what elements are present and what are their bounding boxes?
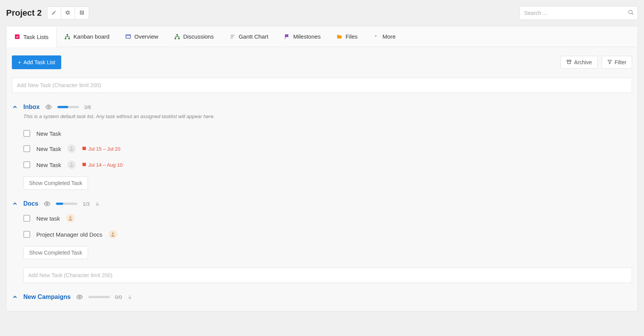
tab-label: Files [346, 33, 358, 40]
task-title[interactable]: New Task [36, 162, 61, 168]
tab-overview[interactable]: Overview [117, 26, 166, 47]
toolbar-right: Archive Filter [561, 56, 632, 69]
task-checkbox[interactable] [23, 130, 30, 137]
tasklist-title[interactable]: New Campaigns [23, 294, 71, 300]
add-tasklist-label: Add Task List [23, 59, 55, 65]
task-title[interactable]: New Task [36, 146, 61, 152]
svg-point-31 [112, 232, 114, 234]
avatar[interactable] [67, 144, 76, 153]
task-count: 0/0 [115, 294, 122, 300]
show-completed-button[interactable]: Show Completed Task [23, 177, 88, 190]
task-checkbox[interactable] [23, 215, 30, 222]
tasklist-title[interactable]: Inbox [23, 104, 40, 110]
chevron-up-icon[interactable] [12, 104, 18, 110]
check-square-icon [14, 34, 20, 40]
tab-label: Task Lists [23, 34, 49, 40]
settings-button[interactable] [61, 7, 75, 19]
task-date-text: Jul 14 – Aug 10 [88, 162, 123, 168]
new-task-input[interactable] [23, 268, 632, 283]
page-title: Project 2 [6, 8, 42, 18]
task-title[interactable]: New task [36, 215, 60, 222]
eye-icon[interactable] [76, 294, 83, 300]
notes-button[interactable] [75, 7, 89, 19]
calendar-icon [82, 146, 86, 152]
tab-more[interactable]: More [366, 26, 404, 47]
svg-rect-4 [65, 38, 66, 39]
filter-button[interactable]: Filter [602, 56, 632, 69]
chevron-up-icon[interactable] [12, 201, 18, 207]
progress-bar [88, 296, 110, 298]
svg-rect-6 [126, 34, 130, 38]
header-row: Project 2 [6, 6, 638, 20]
svg-point-28 [46, 203, 48, 205]
sitemap-icon [174, 34, 180, 40]
tasklist-header: Docs1/3 [12, 200, 632, 207]
svg-rect-25 [82, 163, 86, 164]
svg-rect-33 [129, 297, 131, 299]
task-title[interactable]: New Task [36, 130, 61, 137]
tasklist-title[interactable]: Docs [23, 200, 38, 207]
avatar[interactable] [67, 161, 76, 169]
task-items: New taskProject Manager old DocsShow Com… [23, 210, 632, 283]
archive-button[interactable]: Archive [561, 56, 598, 69]
search-input[interactable] [519, 6, 638, 20]
eye-icon[interactable] [45, 104, 52, 110]
svg-point-32 [78, 296, 80, 298]
svg-rect-20 [82, 147, 86, 148]
progress-bar [57, 106, 79, 108]
project-action-group [47, 6, 89, 19]
svg-rect-10 [178, 38, 179, 39]
window-icon [125, 34, 131, 40]
chevron-up-icon[interactable] [12, 294, 18, 300]
task-checkbox[interactable] [23, 161, 30, 168]
filter-label: Filter [615, 59, 626, 65]
task-date: Jul 14 – Aug 10 [82, 162, 123, 168]
task-date: Jul 15 – Jul 20 [82, 146, 121, 152]
task-checkbox[interactable] [23, 145, 30, 152]
folder-icon [336, 34, 342, 40]
svg-rect-9 [174, 38, 176, 39]
svg-rect-5 [68, 38, 70, 39]
tasklist-header: Inbox3/6 [12, 104, 632, 110]
svg-rect-8 [176, 34, 178, 35]
edit-button[interactable] [47, 7, 61, 19]
tab-label: Kanban board [73, 33, 109, 40]
tab-discussions[interactable]: Discussions [166, 26, 222, 47]
search-wrap [519, 6, 638, 20]
svg-point-30 [69, 216, 71, 218]
svg-rect-14 [567, 60, 571, 61]
task-checkbox[interactable] [23, 231, 30, 238]
svg-line-1 [632, 13, 633, 15]
main-panel: Task ListsKanban boardOverviewDiscussion… [6, 26, 638, 312]
tasklist-section: Docs1/3New taskProject Manager old DocsS… [12, 200, 632, 283]
tasklist-section: Inbox3/6This is a system default task li… [12, 104, 632, 190]
svg-rect-2 [15, 34, 20, 39]
avatar[interactable] [66, 214, 75, 222]
new-task-input-top[interactable] [12, 78, 632, 93]
tasklist-section: New Campaigns0/0 [12, 294, 632, 300]
svg-marker-16 [608, 60, 612, 64]
svg-point-17 [47, 106, 49, 108]
search-button[interactable] [626, 8, 636, 18]
tab-label: More [383, 33, 396, 40]
tab-task-lists[interactable]: Task Lists [7, 26, 57, 47]
avatar[interactable] [109, 230, 117, 239]
add-tasklist-button[interactable]: + Add Task List [12, 55, 61, 69]
tab-gantt-chart[interactable]: Gantt Chart [222, 26, 277, 47]
tab-kanban-board[interactable]: Kanban board [57, 26, 117, 47]
tab-milestones[interactable]: Milestones [276, 26, 329, 47]
task-date-text: Jul 15 – Jul 20 [88, 146, 121, 152]
caret-down-icon [373, 34, 380, 40]
tab-files[interactable]: Files [329, 26, 366, 47]
calendar-icon [82, 162, 86, 168]
svg-point-23 [70, 163, 72, 165]
show-completed-button[interactable]: Show Completed Task [23, 246, 88, 259]
gear-icon [65, 10, 70, 16]
svg-rect-3 [67, 34, 68, 35]
tab-label: Gantt Chart [239, 33, 269, 40]
eye-icon[interactable] [44, 200, 51, 207]
task-title[interactable]: Project Manager old Docs [36, 231, 103, 238]
task-count: 1/3 [83, 201, 90, 207]
svg-point-18 [70, 147, 72, 149]
task-row: New task [23, 210, 632, 226]
